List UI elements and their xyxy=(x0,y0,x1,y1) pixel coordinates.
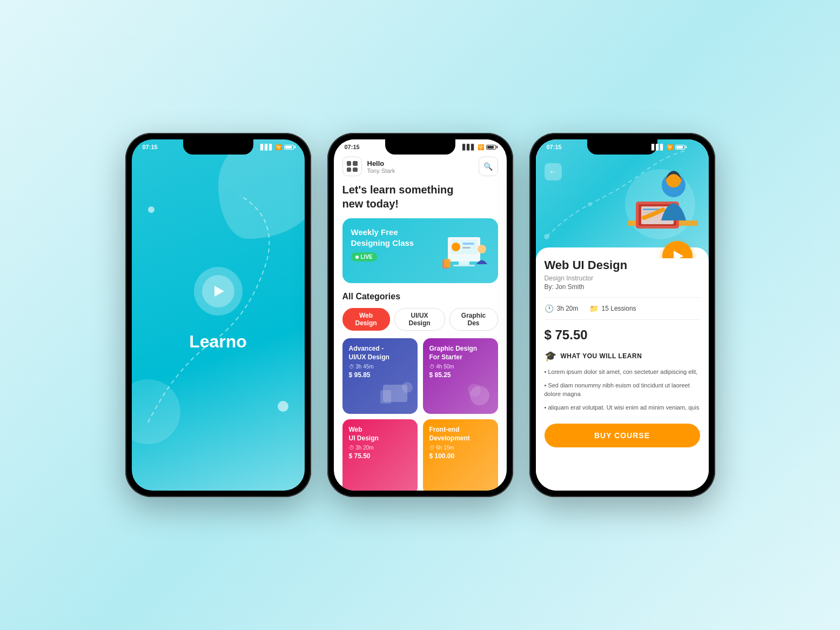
search-icon: 🔍 xyxy=(483,162,493,171)
clock-icon: 🕐 xyxy=(545,304,554,313)
notch-1 xyxy=(183,139,253,155)
grid-dot xyxy=(353,161,358,166)
status-icons-3: ▋▋▋ 🛜 xyxy=(651,144,685,150)
grid-menu-icon[interactable] xyxy=(342,157,362,176)
categories-row: Web Design UI/UX Design Graphic Des xyxy=(342,308,498,331)
course-illustration-1 xyxy=(378,374,415,412)
banner-card[interactable]: Weekly Free Designing Class LIVE xyxy=(342,218,498,283)
course-illustration-2 xyxy=(458,374,496,412)
svg-point-16 xyxy=(544,234,549,239)
battery-icon xyxy=(284,145,294,150)
live-label: LIVE xyxy=(361,254,373,260)
phone-home: 07:15 ▋▋▋ 🛜 xyxy=(327,133,513,497)
course-card-uiux[interactable]: Advanced -UI/UX Design ⏱ 3h 45m $ 95.85 xyxy=(342,338,418,414)
time-2: 07:15 xyxy=(345,144,360,150)
back-arrow-icon: ← xyxy=(549,167,557,177)
buy-course-button[interactable]: BUY COURSE xyxy=(545,424,700,447)
course-detail-title: Web UI Design xyxy=(545,258,700,272)
course-title-1: Advanced -UI/UX Design xyxy=(349,345,411,361)
signal-icon-3: ▋▋▋ xyxy=(651,144,664,150)
status-bar-3: 07:15 ▋▋▋ 🛜 xyxy=(536,139,696,152)
battery-icon-3 xyxy=(675,145,685,150)
svg-rect-2 xyxy=(459,262,469,265)
phone-splash: 07:15 ▋▋▋ 🛜 xyxy=(125,133,311,497)
status-icons-1: ▋▋▋ 🛜 xyxy=(260,144,294,150)
category-uiux[interactable]: UI/UX Design xyxy=(394,308,445,331)
battery-icon-2 xyxy=(486,145,496,150)
time-3: 07:15 xyxy=(547,144,562,150)
person-svg xyxy=(622,156,698,247)
what-learn-header: 🎓 WHAT YOU WILL LEARN xyxy=(545,350,700,362)
learn-item-2: • Sed diam nonummy nibh euism od tincidu… xyxy=(545,381,700,399)
dot-decoration-2 xyxy=(278,401,288,412)
play-icon xyxy=(214,286,224,297)
time-1: 07:15 xyxy=(143,144,158,150)
graduation-icon: 🎓 xyxy=(545,350,556,362)
signal-icon: ▋▋▋ xyxy=(260,144,273,150)
wifi-icon-2: 🛜 xyxy=(478,144,484,150)
user-name-text: Tony Stark xyxy=(367,167,395,174)
course-duration-1: ⏱ 3h 45m xyxy=(349,364,411,370)
live-dot-indicator xyxy=(355,256,359,259)
hero-illustration xyxy=(622,156,698,242)
svg-point-13 xyxy=(402,382,413,393)
banner-svg xyxy=(440,226,494,275)
greeting-text: Hello xyxy=(367,159,395,167)
search-button[interactable]: 🔍 xyxy=(479,157,498,176)
phones-container: 07:15 ▋▋▋ 🛜 xyxy=(104,100,737,530)
play-button-splash[interactable] xyxy=(194,267,243,316)
lessons-meta: 📁 15 Lessions xyxy=(589,304,636,313)
grid-dot xyxy=(347,161,352,166)
instructor-label: Design Instructor xyxy=(545,274,700,282)
lessons-text: 15 Lessions xyxy=(602,305,636,312)
user-text: Hello Tony Stark xyxy=(367,159,395,174)
category-web-design[interactable]: Web Design xyxy=(342,308,390,331)
svg-point-15 xyxy=(468,384,481,397)
what-learn-section: 🎓 WHAT YOU WILL LEARN • Lorem ipsum dolo… xyxy=(545,350,700,412)
live-badge: LIVE xyxy=(351,252,377,262)
course-duration-4: ⏱ 6h 15m xyxy=(429,445,492,451)
detail-content: Web UI Design Design Instructor By: Jon … xyxy=(536,247,709,491)
banner-title: Weekly Free Designing Class xyxy=(351,227,427,248)
svg-rect-6 xyxy=(462,243,474,245)
folder-icon: 📁 xyxy=(589,304,599,313)
wifi-icon-3: 🛜 xyxy=(667,144,673,150)
svg-point-17 xyxy=(588,202,592,206)
play-inner xyxy=(202,275,234,307)
detail-hero: ← xyxy=(536,139,709,258)
grid-dot xyxy=(347,167,352,172)
wifi-icon: 🛜 xyxy=(275,144,282,150)
learn-item-1: • Lorem ipsum dolor sit amet, con sectet… xyxy=(545,367,700,377)
course-title-4: Front-endDevelopment xyxy=(429,426,492,443)
splash-content: Learno xyxy=(132,152,305,466)
course-price-4: $ 100.00 xyxy=(429,452,492,460)
svg-point-8 xyxy=(478,245,486,253)
play-icon-detail xyxy=(674,251,683,258)
user-info: Hello Tony Stark xyxy=(342,157,395,176)
dot-decoration-1 xyxy=(148,206,154,213)
status-icons-2: ▋▋▋ 🛜 xyxy=(462,144,496,150)
home-header: Hello Tony Stark 🔍 xyxy=(342,152,498,183)
notch-2 xyxy=(385,139,455,155)
price-display: $ 75.50 xyxy=(545,327,700,343)
home-content: Hello Tony Stark 🔍 Let's learn something… xyxy=(334,152,507,491)
learn-item-3: • aliquam erat volutpat. Ut wisi enim ad… xyxy=(545,403,700,412)
svg-rect-12 xyxy=(380,390,391,404)
course-duration-3: ⏱ 3h 20m xyxy=(349,445,411,451)
back-button[interactable]: ← xyxy=(545,163,562,180)
instructor-name: By: Jon Smith xyxy=(545,283,700,291)
svg-rect-10 xyxy=(444,259,451,267)
course-card-webui[interactable]: WebUI Design ⏱ 3h 20m $ 75.50 xyxy=(342,419,418,491)
category-graphic[interactable]: Graphic Des xyxy=(449,308,498,331)
meta-row: 🕐 3h 20m 📁 15 Lessions xyxy=(545,297,700,320)
courses-grid: Advanced -UI/UX Design ⏱ 3h 45m $ 95.85 … xyxy=(342,338,498,491)
course-title-3: WebUI Design xyxy=(349,426,411,443)
categories-title: All Categories xyxy=(342,292,498,301)
app-logo-text: Learno xyxy=(189,332,247,352)
course-card-frontend[interactable]: Front-endDevelopment ⏱ 6h 15m $ 100.00 xyxy=(423,419,498,491)
what-learn-title: WHAT YOU WILL LEARN xyxy=(561,352,642,360)
course-card-graphic[interactable]: Graphic DesignFor Starter ⏱ 4h 50m $ 85.… xyxy=(423,338,498,414)
course-price-3: $ 75.50 xyxy=(349,452,411,460)
blob-decoration-2 xyxy=(132,379,180,444)
grid-dot xyxy=(353,167,358,172)
